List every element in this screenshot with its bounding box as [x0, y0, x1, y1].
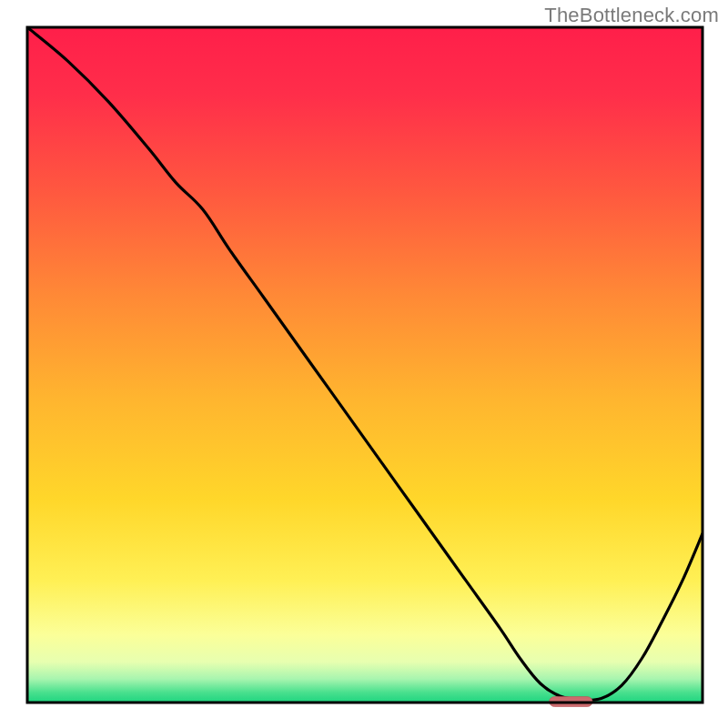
watermark-text: TheBottleneck.com	[544, 4, 719, 27]
plot-background	[27, 27, 703, 703]
chart-stage: TheBottleneck.com	[0, 0, 728, 728]
bottleneck-chart	[0, 0, 728, 728]
